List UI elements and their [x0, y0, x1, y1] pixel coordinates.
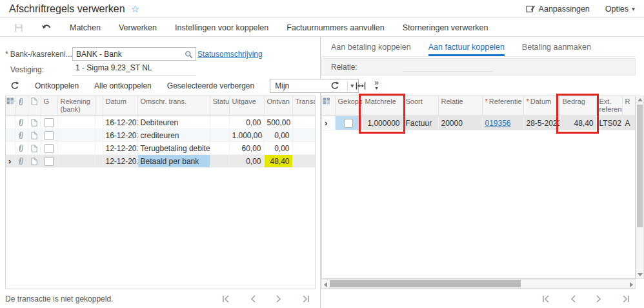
- tab-aan-factuur-koppelen[interactable]: Aan factuur koppelen: [428, 40, 505, 56]
- tab-betaling-aanmaken[interactable]: Betaling aanmaken: [522, 40, 591, 56]
- cell-uitgave: 1.000,00: [229, 129, 264, 142]
- matchen-button[interactable]: Matchen: [70, 23, 101, 32]
- cell-omschr: Debiteuren: [137, 116, 210, 129]
- next-page-button[interactable]: [276, 295, 282, 303]
- cell-datum: 16-12-2022: [103, 116, 137, 129]
- note-icon[interactable]: [31, 145, 37, 152]
- paperclip-icon[interactable]: [18, 144, 24, 152]
- column-header-gekoppeld[interactable]: Gekoppe: [335, 96, 362, 116]
- cell-datum: 12-12-2023: [103, 142, 137, 155]
- column-header-datum[interactable]: Datum: [103, 96, 137, 116]
- storneringen-verwerken-button[interactable]: Storneringen verwerken: [403, 23, 488, 32]
- factuurnummers-aanvullen-button[interactable]: Factuurnummers aanvullen: [287, 23, 384, 32]
- bank-account-input[interactable]: [72, 47, 196, 61]
- lookup-magnifier-icon[interactable]: [185, 50, 193, 59]
- horizontal-scrollbar[interactable]: [321, 279, 636, 289]
- column-header-ontvangen[interactable]: Ontvan: [264, 96, 292, 116]
- row-checkbox[interactable]: [45, 144, 54, 153]
- note-icon[interactable]: [31, 158, 37, 165]
- notes-column-header[interactable]: [28, 96, 41, 116]
- note-icon[interactable]: [31, 132, 37, 139]
- save-icon[interactable]: [14, 23, 23, 32]
- favorite-star-icon[interactable]: ☆: [131, 3, 139, 15]
- cell-uitgave: 0,00: [229, 116, 264, 129]
- refresh-icon[interactable]: [330, 81, 339, 90]
- cell-bedrag: 48,40: [559, 116, 596, 130]
- column-header-referentie[interactable]: *Referentie: [482, 96, 523, 116]
- table-row[interactable]: 16-12-2022 crediteuren 1.000,00 0,00: [6, 129, 316, 142]
- column-header-uitgave[interactable]: Uitgave: [229, 96, 264, 116]
- table-row[interactable]: 12-12-2023 Terugbetaling debiteuren 60,0…: [6, 142, 316, 155]
- row-checkbox[interactable]: [45, 118, 54, 127]
- column-header-g[interactable]: G: [41, 96, 57, 116]
- table-row-selected[interactable]: › 1,000000 Factuur 20000 019356 28-5-202…: [322, 116, 635, 130]
- scroll-up-arrow[interactable]: [638, 98, 643, 101]
- last-page-button[interactable]: [621, 295, 630, 303]
- column-header-relatie[interactable]: Relatie: [438, 96, 482, 116]
- prev-page-button[interactable]: [570, 295, 576, 303]
- tab-aan-betaling-koppelen[interactable]: Aan betaling koppelen: [331, 40, 411, 56]
- geselecteerde-verbergen-button[interactable]: Geselecteerde verbergen: [167, 81, 254, 90]
- referentie-link[interactable]: 019356: [485, 119, 511, 128]
- right-grid-toolbar: [321, 77, 366, 94]
- table-row[interactable]: 16-12-2022 Debiteuren 0,00 500,00: [6, 116, 316, 129]
- paperclip-icon[interactable]: [18, 118, 24, 127]
- instellingen-voor-koppelen-button[interactable]: Instellingen voor koppelen: [175, 23, 268, 32]
- prev-page-button[interactable]: [250, 295, 256, 303]
- first-page-button[interactable]: [541, 295, 550, 303]
- right-grid-header-row: Gekoppe Matchrele Soort Relatie *Referen…: [322, 96, 635, 116]
- column-header-matchrelevantie[interactable]: Matchrele: [362, 96, 403, 116]
- column-header-omschr-trans[interactable]: Omschr. trans.: [137, 96, 210, 116]
- column-header-datum[interactable]: *Datum: [523, 96, 559, 116]
- row-checkbox[interactable]: [45, 157, 54, 166]
- toolbar-divider: [347, 81, 348, 91]
- status-description-link[interactable]: Statusomschrijving: [197, 50, 263, 59]
- paperclip-icon[interactable]: [18, 131, 24, 139]
- relatie-input[interactable]: [403, 63, 493, 72]
- fit-width-icon[interactable]: [356, 82, 366, 90]
- grid-settings-icon[interactable]: [6, 96, 15, 116]
- ontkoppelen-button[interactable]: Ontkoppelen: [35, 81, 79, 90]
- row-indicator-icon: ›: [325, 118, 327, 128]
- next-page-button[interactable]: [596, 295, 602, 303]
- column-header-blank[interactable]: [95, 96, 103, 116]
- right-tabs: Aan betaling koppelen Aan factuur koppel…: [321, 40, 636, 57]
- cell-relatie: 20000: [438, 116, 482, 130]
- column-header-bedrag[interactable]: Bedrag: [559, 96, 596, 116]
- scroll-right-arrow[interactable]: [630, 282, 633, 287]
- column-header-soort[interactable]: Soort: [403, 96, 438, 116]
- scroll-down-arrow[interactable]: [638, 273, 643, 276]
- app-window: Afschriftregels verwerken ☆ Aanpassingen…: [0, 0, 644, 308]
- cell-ontvangen: 0,00: [264, 142, 292, 155]
- scroll-left-arrow[interactable]: [324, 282, 327, 287]
- undo-icon[interactable]: [41, 23, 52, 32]
- options-menu-button[interactable]: Opties ▾: [605, 5, 635, 14]
- right-status-bar: [321, 289, 636, 308]
- cell-datum: 28-5-2023: [523, 116, 559, 130]
- cell-uitgave: 60,00: [229, 142, 264, 155]
- column-header-ext-referentie[interactable]: Ext. referentie: [596, 96, 622, 116]
- row-checkbox[interactable]: [45, 131, 54, 140]
- matching-panel: Aan betaling koppelen Aan factuur koppel…: [321, 37, 644, 308]
- column-header-transactie[interactable]: Transa: [292, 96, 316, 116]
- column-header-r[interactable]: R: [622, 96, 635, 116]
- refresh-icon[interactable]: [10, 81, 19, 90]
- vertical-scrollbar[interactable]: [636, 96, 644, 279]
- verwerken-button[interactable]: Verwerken: [119, 23, 157, 32]
- last-page-button[interactable]: [301, 295, 310, 303]
- gekoppeld-checkbox[interactable]: [344, 119, 353, 128]
- paperclip-icon[interactable]: [18, 157, 24, 165]
- alle-ontkoppelen-button[interactable]: Alle ontkoppelen: [94, 81, 152, 90]
- cell-matchrelevantie: 1,000000: [362, 116, 403, 130]
- first-page-button[interactable]: [221, 295, 230, 303]
- column-header-rekening-bank[interactable]: Rekening (bank): [57, 96, 95, 116]
- column-header-status[interactable]: Statu: [210, 96, 229, 116]
- attachments-column-header[interactable]: [15, 96, 28, 116]
- scrollbar-thumb[interactable]: [637, 105, 643, 227]
- note-icon[interactable]: [31, 119, 37, 127]
- scrollbar-thumb[interactable]: [330, 280, 521, 287]
- table-row-selected[interactable]: › 12-12-2023 Betaald per bank 0,00 48,40: [6, 155, 316, 168]
- cell-r: A: [622, 116, 635, 130]
- customization-button[interactable]: Aanpassingen: [526, 5, 590, 14]
- grid-settings-icon[interactable]: [322, 96, 335, 116]
